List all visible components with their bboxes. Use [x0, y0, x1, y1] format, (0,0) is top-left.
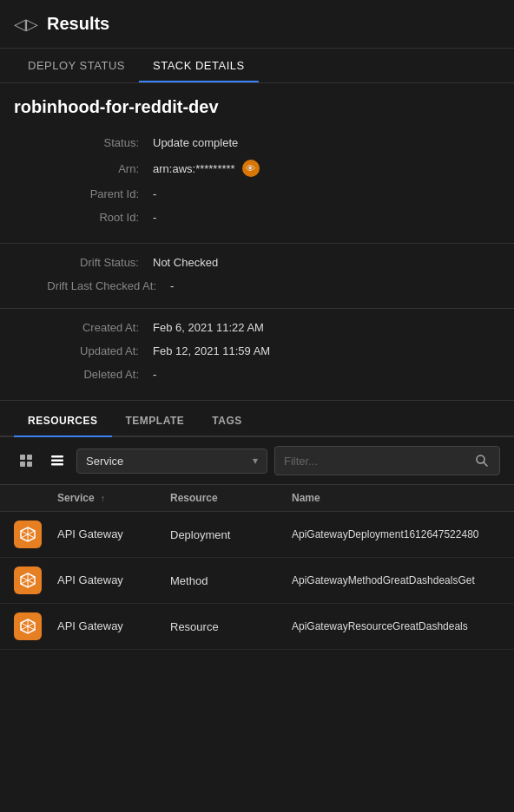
- row-icon: [14, 521, 57, 548]
- row-name: ApiGatewayMethodGreatDashdealsGet: [292, 574, 500, 586]
- arn-row: Arn: arn:aws:********* 👁: [14, 154, 500, 182]
- created-at-label: Created At:: [14, 321, 153, 334]
- col-header-name: Name: [292, 492, 500, 504]
- table-row[interactable]: API Gateway Method ApiGatewayMethodGreat…: [0, 558, 514, 604]
- eye-icon[interactable]: 👁: [242, 160, 260, 177]
- col-header-service[interactable]: Service ↑: [57, 492, 170, 504]
- status-value: Update complete: [153, 136, 238, 149]
- deleted-at-value: -: [153, 368, 156, 381]
- page-title: Results: [47, 14, 109, 34]
- results-icon: ◁▷: [14, 15, 38, 34]
- api-gateway-icon: [14, 612, 42, 640]
- service-dropdown[interactable]: Service ▾: [76, 449, 267, 474]
- filter-bar: Service ▾: [0, 437, 514, 485]
- status-label: Status:: [14, 136, 153, 149]
- parent-id-label: Parent Id:: [14, 187, 153, 200]
- drift-checked-value: -: [170, 279, 174, 292]
- root-id-value: -: [153, 211, 156, 224]
- svg-rect-1: [27, 455, 32, 460]
- search-button[interactable]: [473, 452, 491, 469]
- created-at-row: Created At: Feb 6, 2021 11:22 AM: [14, 316, 500, 339]
- root-id-row: Root Id: -: [14, 206, 500, 229]
- tab-resources[interactable]: RESOURCES: [14, 404, 112, 437]
- drift-status-label: Drift Status:: [14, 256, 153, 269]
- parent-id-value: -: [153, 187, 156, 200]
- api-gateway-icon: [14, 521, 42, 548]
- table-body: API Gateway Deployment ApiGatewayDeploym…: [0, 512, 514, 650]
- tab-stack-details[interactable]: STACK DETAILS: [139, 49, 259, 82]
- row-name: ApiGatewayResourceGreatDashdeals: [292, 620, 500, 632]
- updated-at-value: Feb 12, 2021 11:59 AM: [153, 344, 270, 357]
- drift-checked-label: Drift Last Checked At:: [14, 279, 170, 292]
- row-service: API Gateway: [57, 527, 170, 542]
- svg-rect-3: [27, 462, 32, 467]
- service-dropdown-value: Service: [86, 455, 123, 468]
- sort-icon: ↑: [101, 494, 105, 503]
- api-gateway-icon: [14, 566, 42, 594]
- arn-label: Arn:: [14, 162, 153, 175]
- svg-rect-2: [20, 462, 25, 467]
- table-header: Service ↑ Resource Name: [0, 485, 514, 512]
- row-service: API Gateway: [57, 573, 170, 588]
- updated-at-row: Updated At: Feb 12, 2021 11:59 AM: [14, 339, 500, 363]
- drift-status-row: Drift Status: Not Checked: [14, 251, 500, 274]
- row-icon: [14, 612, 57, 640]
- tab-template[interactable]: TEMPLATE: [112, 404, 199, 437]
- root-id-label: Root Id:: [14, 211, 153, 224]
- table-row[interactable]: API Gateway Resource ApiGatewayResourceG…: [0, 604, 514, 650]
- resources-tab-bar: RESOURCES TEMPLATE TAGS: [0, 404, 514, 437]
- status-row: Status: Update complete: [14, 131, 500, 154]
- svg-rect-0: [20, 455, 25, 460]
- top-tab-bar: DEPLOY STATUS STACK DETAILS: [0, 49, 514, 83]
- filter-input-wrap: [274, 446, 500, 475]
- row-resource: Method: [170, 574, 292, 587]
- row-resource: Resource: [170, 620, 292, 633]
- deleted-at-label: Deleted At:: [14, 368, 153, 381]
- filter-input[interactable]: [284, 455, 468, 468]
- updated-at-label: Updated At:: [14, 344, 153, 357]
- dates-section: Created At: Feb 6, 2021 11:22 AM Updated…: [0, 309, 514, 401]
- chevron-down-icon: ▾: [253, 455, 258, 467]
- arn-value: arn:aws:********* 👁: [153, 160, 260, 177]
- list-view-button[interactable]: [45, 449, 69, 473]
- tab-tags[interactable]: TAGS: [198, 404, 255, 437]
- parent-id-row: Parent Id: -: [14, 182, 500, 206]
- row-service: API Gateway: [57, 619, 170, 634]
- created-at-value: Feb 6, 2021 11:22 AM: [153, 321, 264, 334]
- col-header-resource: Resource: [170, 492, 292, 504]
- header: ◁▷ Results: [0, 0, 514, 49]
- row-icon: [14, 566, 57, 594]
- stack-name: robinhood-for-reddit-dev: [0, 83, 514, 128]
- drift-status-value: Not Checked: [153, 256, 218, 269]
- svg-line-8: [484, 462, 487, 466]
- svg-rect-4: [51, 455, 63, 458]
- svg-rect-5: [51, 460, 63, 462]
- deleted-at-row: Deleted At: -: [14, 363, 500, 386]
- details-section: Status: Update complete Arn: arn:aws:***…: [0, 128, 514, 244]
- row-name: ApiGatewayDeployment1612647522480: [292, 528, 500, 540]
- drift-checked-row: Drift Last Checked At: -: [14, 274, 500, 298]
- drift-section: Drift Status: Not Checked Drift Last Che…: [0, 244, 514, 309]
- tab-deploy-status[interactable]: DEPLOY STATUS: [14, 49, 139, 82]
- col-header-icon: [14, 492, 57, 504]
- grid-view-button[interactable]: [14, 449, 38, 473]
- row-resource: Deployment: [170, 528, 292, 541]
- svg-rect-6: [51, 463, 63, 466]
- table-row[interactable]: API Gateway Deployment ApiGatewayDeploym…: [0, 512, 514, 558]
